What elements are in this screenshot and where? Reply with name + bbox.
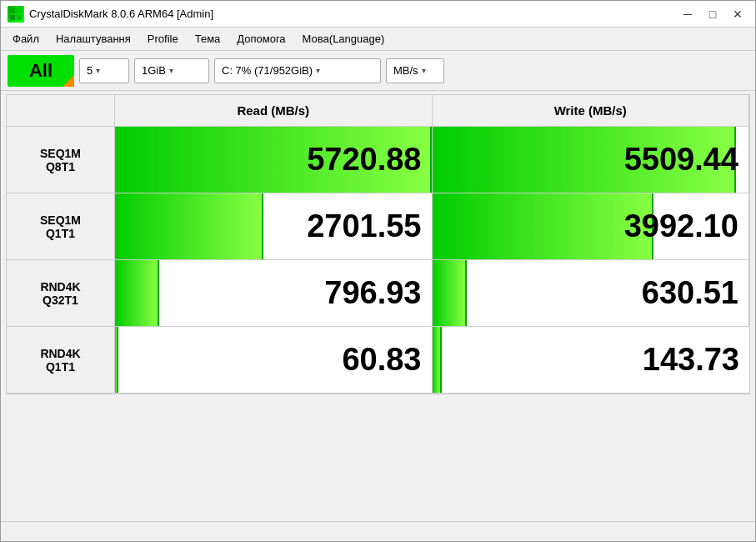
size-value: 1GiB bbox=[142, 64, 166, 77]
row-label-seq1m-q1t1: SEQ1M Q1T1 bbox=[7, 193, 115, 260]
toolbar: All 5 ▾ 1GiB ▾ C: 7% (71/952GiB) ▾ MB/s … bbox=[1, 51, 755, 91]
write-cell-3: 143.73 bbox=[433, 327, 750, 394]
row-label-line1-0: SEQ1M bbox=[40, 147, 81, 160]
read-bar-2 bbox=[115, 260, 159, 326]
read-header: Read (MB/s) bbox=[115, 95, 433, 127]
read-cell-2: 796.93 bbox=[115, 260, 433, 327]
drive-dropdown[interactable]: C: 7% (71/952GiB) ▾ bbox=[214, 58, 381, 83]
read-bar-1 bbox=[115, 193, 263, 259]
drive-value: C: 7% (71/952GiB) bbox=[222, 64, 313, 77]
title-bar: CrystalDiskMark 8.0.6 ARM64 [Admin] ─ □ … bbox=[1, 1, 755, 28]
write-bar-1 bbox=[433, 193, 654, 259]
menu-bar: Файл Налаштування Profile Тема Допомога … bbox=[1, 28, 755, 51]
read-value-2: 796.93 bbox=[324, 275, 421, 311]
count-arrow-icon: ▾ bbox=[96, 66, 100, 75]
row-label-line2-3: Q1T1 bbox=[46, 360, 75, 374]
svg-rect-1 bbox=[17, 8, 22, 13]
row-label-line1-2: RND4K bbox=[40, 280, 80, 294]
menu-settings[interactable]: Налаштування bbox=[48, 30, 139, 48]
app-icon bbox=[8, 6, 24, 23]
row-label-line1-1: SEQ1M bbox=[40, 213, 81, 227]
write-value-3: 143.73 bbox=[643, 342, 739, 378]
header-empty bbox=[7, 95, 115, 127]
unit-arrow-icon: ▾ bbox=[422, 66, 426, 75]
unit-dropdown[interactable]: MB/s ▾ bbox=[386, 58, 444, 83]
application-window: CrystalDiskMark 8.0.6 ARM64 [Admin] ─ □ … bbox=[0, 0, 756, 542]
svg-rect-2 bbox=[10, 15, 15, 20]
svg-rect-3 bbox=[17, 15, 22, 20]
row-label-line1-3: RND4K bbox=[40, 347, 80, 360]
main-content: Read (MB/s) Write (MB/s) SEQ1M Q8T1 5720… bbox=[1, 91, 755, 521]
svg-rect-0 bbox=[10, 8, 15, 13]
write-value-0: 5509.44 bbox=[624, 142, 738, 178]
read-value-3: 60.83 bbox=[342, 342, 421, 378]
read-cell-1: 2701.55 bbox=[115, 193, 433, 260]
minimize-button[interactable]: ─ bbox=[677, 6, 698, 23]
write-header: Write (MB/s) bbox=[433, 95, 750, 127]
unit-value: MB/s bbox=[393, 64, 418, 77]
row-label-rnd4k-q1t1: RND4K Q1T1 bbox=[7, 327, 115, 394]
size-arrow-icon: ▾ bbox=[169, 66, 173, 75]
drive-arrow-icon: ▾ bbox=[316, 66, 320, 75]
row-label-rnd4k-q32t1: RND4K Q32T1 bbox=[7, 260, 115, 327]
write-cell-0: 5509.44 bbox=[433, 127, 750, 193]
read-cell-3: 60.83 bbox=[115, 327, 433, 394]
row-label-line2-1: Q1T1 bbox=[46, 227, 75, 240]
read-cell-0: 5720.88 bbox=[115, 127, 433, 193]
write-cell-1: 3992.10 bbox=[433, 193, 750, 260]
write-value-1: 3992.10 bbox=[624, 208, 738, 244]
maximize-button[interactable]: □ bbox=[702, 6, 723, 23]
size-dropdown[interactable]: 1GiB ▾ bbox=[134, 58, 209, 83]
window-title: CrystalDiskMark 8.0.6 ARM64 [Admin] bbox=[29, 8, 677, 20]
count-value: 5 bbox=[87, 64, 93, 77]
results-grid: Read (MB/s) Write (MB/s) SEQ1M Q8T1 5720… bbox=[6, 94, 750, 394]
write-bar-3 bbox=[433, 327, 442, 393]
read-bar-3 bbox=[115, 327, 118, 393]
menu-language[interactable]: Мова(Language) bbox=[294, 30, 393, 48]
row-label-seq1m-q8t1: SEQ1M Q8T1 bbox=[7, 127, 115, 193]
window-controls: ─ □ ✕ bbox=[677, 6, 748, 23]
row-label-line2-2: Q32T1 bbox=[43, 294, 78, 307]
read-value-1: 2701.55 bbox=[307, 208, 421, 244]
close-button[interactable]: ✕ bbox=[727, 6, 748, 23]
menu-profile[interactable]: Profile bbox=[139, 30, 187, 48]
read-value-0: 5720.88 bbox=[307, 142, 421, 178]
count-dropdown[interactable]: 5 ▾ bbox=[79, 58, 129, 83]
all-button[interactable]: All bbox=[8, 55, 74, 87]
status-bar bbox=[1, 521, 755, 541]
write-value-2: 630.51 bbox=[642, 275, 738, 311]
menu-theme[interactable]: Тема bbox=[187, 30, 229, 48]
write-cell-2: 630.51 bbox=[433, 260, 750, 327]
row-label-line2-0: Q8T1 bbox=[46, 160, 75, 173]
write-bar-2 bbox=[433, 260, 468, 326]
menu-file[interactable]: Файл bbox=[4, 30, 48, 48]
menu-help[interactable]: Допомога bbox=[228, 30, 293, 48]
